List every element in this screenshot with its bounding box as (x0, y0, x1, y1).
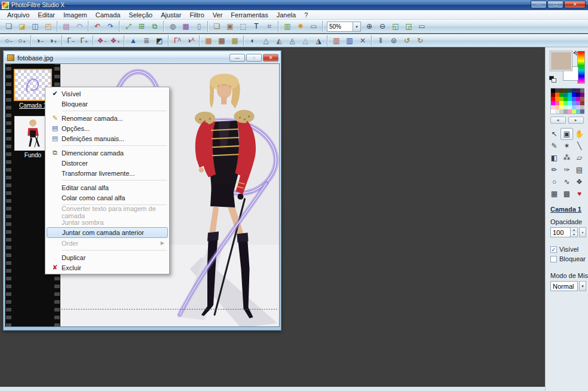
explode-layers-icon[interactable]: ✸ (295, 21, 307, 32)
palette-color[interactable] (555, 105, 559, 109)
print-icon[interactable]: ▤ (60, 21, 72, 32)
mosaic-medium-icon[interactable]: ▦ (216, 35, 228, 46)
zoom-out-icon[interactable]: ⊖ (376, 21, 388, 32)
palette-color[interactable] (555, 88, 559, 93)
zoom-dropdown-icon[interactable]: ▼ (353, 22, 361, 32)
palette-color[interactable] (559, 105, 564, 109)
redo-icon[interactable]: ↷ (105, 21, 117, 32)
palette-color[interactable] (576, 101, 580, 105)
saturation-minus-icon[interactable]: ❖₋ (96, 35, 108, 46)
palette-color[interactable] (564, 88, 568, 93)
menu-selecao[interactable]: Seleção (124, 11, 157, 19)
palette-color[interactable] (559, 88, 564, 93)
palette-color[interactable] (551, 93, 555, 97)
palette-color[interactable] (559, 97, 564, 101)
palette-color[interactable] (555, 101, 559, 105)
airbrush-tool-icon[interactable]: ⁂ (561, 152, 573, 164)
palette-color[interactable] (572, 88, 576, 93)
negative-icon[interactable]: ◩ (154, 35, 166, 46)
rotate-left-icon[interactable]: ↺ (401, 35, 413, 46)
palette-prev-button[interactable]: ◂ (550, 117, 566, 124)
strawberry-tool-icon[interactable]: ♥ (573, 188, 586, 200)
palette-color[interactable] (564, 105, 568, 109)
palette-color[interactable] (568, 105, 572, 109)
doc-minimize-button[interactable]: — (229, 54, 245, 62)
blur-more-icon[interactable]: ◬ (286, 35, 298, 46)
context-item-juntar-com-camada-anterior[interactable]: Juntar com camada anterior (47, 227, 168, 238)
palette-color[interactable] (576, 88, 580, 93)
palette-color[interactable] (580, 109, 584, 114)
duplicate-image-icon[interactable]: ⧉ (149, 21, 161, 32)
brightness-plus-icon[interactable]: ○₊ (16, 35, 28, 46)
document-title-bar[interactable]: fotobase.jpg — ◌ ✕ (5, 52, 280, 63)
scan-twain-icon[interactable]: ◠ (74, 21, 85, 32)
palette-color[interactable] (572, 93, 576, 97)
close-button[interactable]: ✕ (564, 1, 586, 8)
menu-imagem[interactable]: Imagem (59, 11, 91, 19)
default-colors-icon[interactable] (549, 76, 556, 83)
compare-icon[interactable]: ⊜ (388, 35, 400, 46)
image-size-icon[interactable]: ⤢ (122, 21, 134, 32)
context-item-bloquear[interactable]: Bloquear (47, 99, 168, 109)
palette-color[interactable] (559, 93, 564, 97)
doc-maximize-button[interactable]: ◌ (246, 54, 262, 62)
eraser-tool-icon[interactable]: ▱ (573, 152, 586, 164)
palette-next-button[interactable]: ▸ (568, 117, 584, 124)
palette-color[interactable] (580, 97, 584, 101)
zoom-level-value[interactable]: 50% (327, 22, 353, 32)
paste-as-layer-icon[interactable]: ▥ (281, 21, 293, 32)
context-item-duplicar[interactable]: Duplicar (47, 252, 168, 262)
full-screen-icon[interactable]: ▭ (416, 21, 428, 32)
scanner-acquire-icon[interactable]: ◰ (42, 21, 54, 32)
context-item-renomear-camada[interactable]: ✎Renomear camada... (47, 113, 168, 123)
menu-filtro[interactable]: Filtro (185, 11, 208, 19)
palette-color[interactable] (564, 101, 568, 105)
zoom-in-icon[interactable]: ⊕ (363, 21, 375, 32)
context-item-distorcer[interactable]: Distorcer (47, 158, 168, 168)
fill-bucket-tool-icon[interactable]: ◧ (548, 152, 561, 164)
brush-tool-icon[interactable]: ✏ (548, 164, 561, 176)
lock-checkbox[interactable] (550, 256, 557, 262)
palette-color[interactable] (551, 88, 555, 93)
menu-editar[interactable]: Editar (33, 11, 59, 19)
saturation-plus-icon[interactable]: ❖₊ (109, 35, 121, 46)
close-image-icon[interactable]: ✕ (357, 35, 369, 46)
palette-color[interactable] (551, 105, 555, 109)
opacity-stepper[interactable]: ▲▼ (571, 227, 578, 237)
palette-color[interactable] (551, 97, 555, 101)
auto-levels-icon[interactable]: ▲ (127, 35, 139, 46)
menu-camada[interactable]: Camada (91, 11, 125, 19)
gamma-minus-icon[interactable]: Γ₋ (65, 35, 77, 46)
menu-arquivo[interactable]: Arquivo (3, 11, 33, 19)
contrast-plus-icon[interactable]: ◑₊ (47, 35, 59, 46)
palette-color[interactable] (580, 88, 584, 93)
blur-less-icon[interactable]: △ (260, 35, 272, 46)
minimize-button[interactable]: — (531, 1, 547, 8)
menu-ver[interactable]: Ver (209, 11, 227, 19)
gamma-auto-icon[interactable]: Γᴬ (172, 35, 183, 46)
save-icon[interactable]: ◫ (29, 21, 41, 32)
artistic-tool-icon[interactable]: ▩ (561, 188, 573, 200)
advanced-brush-tool-icon[interactable]: ✑ (561, 164, 573, 176)
layer-from-image-icon[interactable]: ▣ (224, 21, 236, 32)
canvas-size-icon[interactable]: ⊞ (136, 21, 148, 32)
photomasque-icon[interactable]: ▯ (193, 21, 205, 32)
palette-color[interactable] (564, 97, 568, 101)
context-item-colar-como-canal-alfa[interactable]: Colar como canal alfa (47, 193, 168, 203)
palette-color[interactable] (551, 109, 555, 114)
blur-icon[interactable]: ◭ (273, 35, 285, 46)
crop-icon[interactable]: ⌗ (264, 21, 275, 32)
mosaic-small-icon[interactable]: ▦ (203, 35, 215, 46)
palette-color[interactable] (576, 109, 580, 114)
context-item-editar-canal-alfa[interactable]: Editar canal alfa (47, 182, 168, 193)
shadow-icon[interactable]: ◐ (247, 35, 259, 46)
zoom-level-combobox[interactable]: 50%▼ (327, 22, 361, 32)
blend-mode-select[interactable]: Normal (550, 281, 578, 291)
palette-color[interactable] (572, 105, 576, 109)
gamma-plus-icon[interactable]: Γ₊ (78, 35, 90, 46)
palette-color[interactable] (576, 97, 580, 101)
hand-pan-tool-icon[interactable]: ✋ (573, 128, 586, 140)
menu-ferramentas[interactable]: Ferramentas (226, 11, 272, 19)
palette-color[interactable] (568, 93, 572, 97)
transparent-color-icon[interactable]: ◍ (167, 21, 179, 32)
